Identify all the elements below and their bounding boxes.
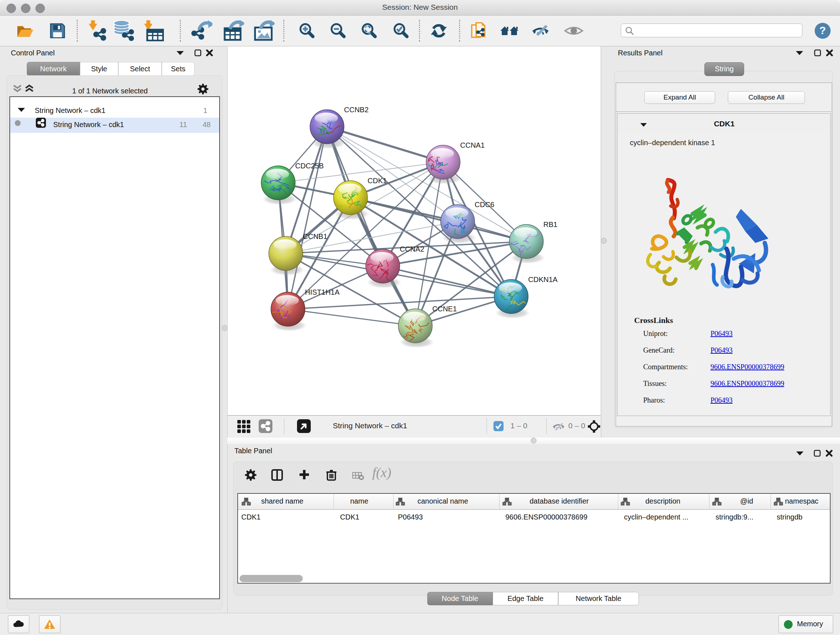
svg-text:CDC25B: CDC25B [295,162,324,170]
svg-text:?: ? [819,24,826,36]
svg-text:CCNA2: CCNA2 [400,245,424,253]
svg-text:CCNB1: CCNB1 [303,233,327,241]
svg-text:CDK1: CDK1 [368,177,387,185]
svg-text:HIST1H1A: HIST1H1A [305,288,340,296]
svg-text:CCNB2: CCNB2 [344,106,369,114]
svg-text:CDC6: CDC6 [475,201,494,209]
svg-text:RB1: RB1 [543,220,557,228]
svg-text:CDKN1A: CDKN1A [528,276,558,283]
svg-text:CCNE1: CCNE1 [432,305,457,313]
svg-text:CCNA1: CCNA1 [460,141,485,149]
